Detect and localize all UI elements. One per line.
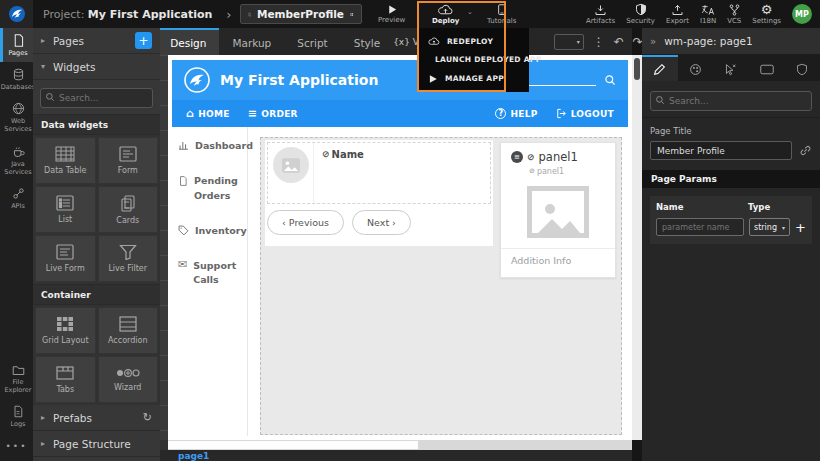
vcs-button[interactable]: VCS [727, 0, 741, 28]
nav-logout[interactable]: LOGOUT [556, 108, 614, 119]
list-name-binding[interactable]: ⊘ Name [314, 143, 364, 203]
vcs-label: VCS [727, 17, 741, 25]
nav-help[interactable]: ?HELP [495, 108, 537, 119]
form-icon [119, 146, 137, 162]
panel1-widget[interactable]: ≡ ⊘ panel1 ⊘ panel1 Addition Info [500, 142, 616, 278]
open-page-tab[interactable]: MemberProfile [240, 4, 362, 24]
menu-item-manage-app[interactable]: MANAGE APP [419, 74, 529, 84]
widget-live-filter[interactable]: Live Filter [98, 235, 159, 282]
properties-tab-strip [642, 55, 820, 81]
previous-button[interactable]: ‹ Previous [267, 210, 344, 235]
app-search-input[interactable] [526, 74, 596, 86]
tab-design[interactable]: Design [157, 28, 219, 55]
export-button[interactable]: Export [666, 0, 689, 28]
widget-label: List [58, 215, 72, 224]
app-search-icon[interactable] [604, 74, 616, 86]
sidebar-item-pending-orders[interactable]: Pending Orders [178, 174, 241, 203]
scrollbar-thumb[interactable] [168, 441, 418, 449]
pages-accordion-header[interactable]: ▸ Pages + [33, 28, 160, 54]
grid-menu-icon[interactable] [350, 9, 354, 20]
artifacts-button[interactable]: Artifacts [586, 0, 615, 28]
param-type-select[interactable]: string▾ [749, 218, 790, 236]
rail-item-logs[interactable]: Logs [0, 399, 33, 433]
toolbar-right-group: Artifacts Security Export I18N VCS ⚙ Set… [586, 0, 820, 28]
tab-device[interactable] [749, 55, 785, 81]
sidebar-item-dashboard[interactable]: Dashboard [178, 139, 241, 153]
cloud-upload-icon [428, 37, 440, 46]
widget-label: Cards [116, 216, 139, 225]
menu-item-redeploy[interactable]: REDEPLOY [419, 37, 529, 46]
design-canvas[interactable]: My First Application ⌂HOME ≡ORDER ?HELP … [168, 55, 632, 440]
prefabs-accordion-header[interactable]: ▸ Prefabs ↻ [33, 405, 160, 431]
device-select[interactable]: ▾ [554, 34, 584, 50]
param-name-input[interactable] [656, 218, 744, 236]
rail-item-java-services[interactable]: Java Services [0, 139, 33, 181]
variables-accordion-header[interactable]: ▸ Variables [33, 457, 160, 461]
widget-search-input[interactable] [40, 88, 153, 108]
app-header[interactable]: My First Application [172, 60, 628, 100]
add-page-button[interactable]: + [135, 32, 152, 49]
widget-wizard[interactable]: Wizard [98, 356, 159, 403]
page-structure-accordion-header[interactable]: ▸ Page Structure [33, 431, 160, 457]
rail-item-pages[interactable]: Pages [0, 28, 33, 62]
bind-link-icon[interactable] [799, 144, 812, 157]
api-connector-icon [12, 187, 25, 200]
user-avatar[interactable]: MP [792, 4, 812, 24]
list-item-template[interactable]: ⊘ Name [267, 142, 491, 204]
canvas-vertical-scrollbar[interactable] [632, 55, 642, 440]
widget-list[interactable]: List [35, 186, 96, 233]
menu-item-launch-deployed-app[interactable]: LAUNCH DEPLOYED APP [419, 55, 529, 65]
tab-markup[interactable]: Markup [219, 28, 284, 55]
page-structure-label: Page Structure [53, 438, 131, 450]
security-button[interactable]: Security [626, 0, 655, 28]
i18n-button[interactable]: I18N [700, 0, 716, 28]
settings-button[interactable]: ⚙ Settings [752, 0, 781, 28]
panel1-title-row[interactable]: ≡ ⊘ panel1 [511, 150, 615, 164]
tutorials-button[interactable]: Tutorials [487, 0, 516, 28]
widget-live-form[interactable]: Live Form [35, 235, 96, 282]
panel-image-placeholder[interactable] [527, 186, 589, 238]
next-button[interactable]: Next › [352, 210, 411, 235]
container-section-header: Container [33, 284, 160, 305]
nav-home[interactable]: ⌂HOME [186, 107, 230, 120]
tab-style[interactable]: Style [341, 28, 393, 55]
scrollbar-thumb[interactable] [634, 58, 640, 80]
sidebar-item-support-calls[interactable]: ✉Support Calls [178, 259, 241, 288]
refresh-icon[interactable]: ↻ [143, 411, 152, 424]
rail-item-databases[interactable]: Databases [0, 62, 33, 96]
undo-icon[interactable]: ↶ [614, 35, 624, 49]
widget-tabs[interactable]: Tabs [35, 356, 96, 403]
collapse-right-panel-button[interactable]: » [650, 36, 656, 47]
deploy-button[interactable]: Deploy [432, 0, 459, 28]
properties-search-input[interactable] [650, 91, 812, 111]
nav-order[interactable]: ≡ORDER [248, 107, 298, 120]
widget-cards[interactable]: Cards [98, 186, 159, 233]
page-title-input[interactable] [650, 141, 792, 160]
kebab-menu-icon[interactable]: ⋮ [593, 35, 605, 49]
canvas-horizontal-scrollbar[interactable] [160, 440, 632, 450]
project-breadcrumb[interactable]: Project: My First Application [43, 8, 212, 21]
preview-button[interactable]: Preview [378, 0, 405, 28]
page-content-container[interactable]: ⊘ Name ‹ Previous Next › ≡ ⊘ panel1 [260, 137, 622, 435]
rail-item-web-services[interactable]: Web Services [0, 96, 33, 138]
sidebar-item-inventory[interactable]: Inventory [178, 224, 241, 238]
widget-accordion[interactable]: Accordion [98, 307, 159, 354]
tab-security[interactable] [784, 55, 820, 81]
tab-properties[interactable] [642, 55, 678, 81]
wavemaker-logo[interactable] [0, 0, 33, 28]
widget-form[interactable]: Form [98, 137, 159, 184]
widgets-accordion-header[interactable]: ▾ Widgets [33, 54, 160, 80]
panel1-subtitle-row[interactable]: ⊘ panel1 [529, 167, 615, 176]
tab-events[interactable] [713, 55, 749, 81]
col-type: Type [748, 202, 770, 212]
caret-right-icon: ▸ [41, 36, 53, 45]
add-param-button[interactable]: + [795, 220, 806, 235]
tab-styles[interactable] [678, 55, 714, 81]
tab-script[interactable]: Script [284, 28, 340, 55]
widget-data-table[interactable]: Data Table [35, 137, 96, 184]
bottom-page-tab[interactable]: page1 [178, 451, 209, 461]
rail-item-apis[interactable]: APIs [0, 181, 33, 215]
rail-more-icon[interactable]: ••• [0, 433, 33, 461]
rail-item-file-explorer[interactable]: File Explorer [0, 358, 33, 399]
widget-grid-layout[interactable]: Grid Layout [35, 307, 96, 354]
